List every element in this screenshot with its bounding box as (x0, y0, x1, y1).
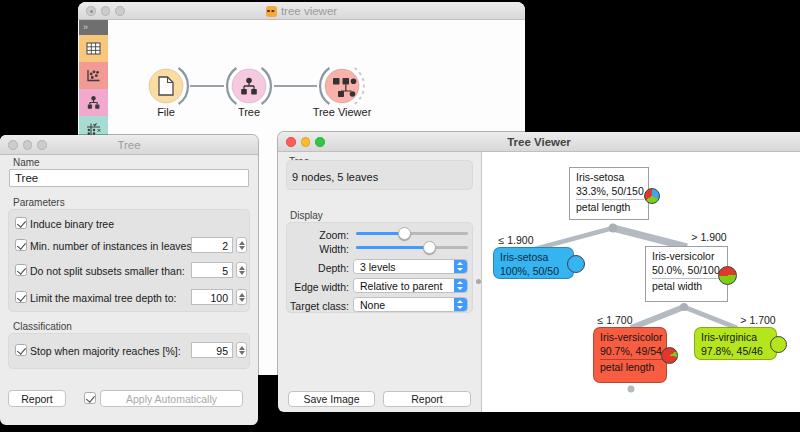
width-slider-knob[interactable] (423, 241, 436, 254)
width-slider-label: Width: (287, 243, 349, 255)
target-class-value: None (360, 299, 385, 311)
width-slider[interactable] (356, 241, 468, 254)
node-class: Iris-versicolor (600, 331, 666, 345)
report-button[interactable]: Report (8, 390, 66, 407)
widget-file[interactable] (149, 68, 188, 104)
widget-tree-viewer[interactable] (320, 68, 364, 104)
min-instances-label: Min. number of instances in leaves: (30, 240, 195, 252)
class-distribution-pie (770, 336, 787, 353)
edge-label: ≤ 1.900 (499, 234, 534, 246)
binary-tree-label: Induce binary tree (30, 218, 114, 230)
node-class: Iris-setosa (576, 171, 648, 185)
edge-label: > 1.700 (740, 314, 775, 326)
tree-node-setosa-leaf[interactable]: Iris-setosa 100%, 50/50 (493, 247, 574, 279)
no-split-stepper[interactable] (236, 262, 247, 278)
node-stat: 100%, 50/50 (500, 265, 573, 279)
node-stat: 90.7%, 49/54 (600, 345, 666, 359)
max-depth-checkbox[interactable] (15, 291, 27, 303)
node-class: Iris-setosa (500, 251, 573, 265)
collapse-handle[interactable] (609, 224, 618, 233)
zoom-slider[interactable] (356, 227, 468, 240)
edge-label: ≤ 1.700 (598, 314, 633, 326)
widget-label-tree: Tree (238, 106, 260, 118)
classification-section-label: Classification (13, 321, 72, 332)
collapse-handle[interactable] (628, 386, 635, 393)
edge-width-value: Relative to parent (360, 280, 442, 292)
tree-info-box: 9 nodes, 5 leaves (286, 160, 473, 190)
node-split-attr: petal width (652, 280, 727, 294)
no-split-checkbox[interactable] (15, 264, 27, 276)
widget-label-tree-viewer: Tree Viewer (313, 106, 372, 118)
class-distribution-pie (567, 255, 585, 273)
tree-dialog-window: Tree Name Parameters Induce binary tree … (0, 135, 258, 425)
tree-viewer-titlebar: Tree Viewer (278, 132, 800, 152)
node-stat: 33.3%, 50/150 (576, 185, 648, 199)
widget-label-file: File (157, 106, 175, 118)
class-distribution-pie (661, 347, 678, 364)
tree-node-versicolor-2[interactable]: Iris-versicolor 90.7%, 49/54 petal lengt… (593, 327, 667, 383)
name-section-label: Name (13, 157, 40, 168)
target-class-select[interactable]: None (353, 297, 468, 312)
file-icon (159, 77, 173, 95)
node-stat: 50.0%, 50/100 (652, 264, 727, 278)
node-split-attr: petal length (600, 361, 666, 375)
binary-tree-checkbox[interactable] (15, 217, 27, 229)
tree-node-virginica-leaf[interactable]: Iris-virginica 97.8%, 45/46 (694, 327, 777, 360)
max-depth-spinbox[interactable]: 100 (191, 289, 233, 305)
node-class: Iris-versicolor (652, 250, 727, 264)
majority-spinbox[interactable]: 95 (191, 342, 233, 358)
min-instances-stepper[interactable] (236, 237, 247, 253)
target-class-label: Target class: (287, 300, 349, 312)
node-leaf-count: 9 nodes, 5 leaves (292, 171, 378, 183)
max-depth-stepper[interactable] (236, 289, 247, 305)
tree-viewer-title: Tree Viewer (278, 136, 800, 148)
depth-label: Depth: (287, 262, 349, 274)
no-split-spinbox[interactable]: 5 (191, 262, 233, 278)
majority-stepper[interactable] (236, 342, 247, 358)
tree-dialog-title: Tree (0, 139, 258, 151)
depth-value: 3 levels (360, 261, 396, 273)
node-split-attr: petal length (576, 201, 648, 215)
classification-group: Stop when majority reaches [%]: 95 (8, 333, 250, 369)
edge-label: > 1.900 (691, 231, 726, 243)
viewer-report-button[interactable]: Report (383, 391, 471, 407)
node-stat: 97.8%, 45/46 (701, 345, 776, 359)
parameters-group: Induce binary tree Min. number of instan… (8, 209, 250, 312)
dropdown-arrows-icon (454, 279, 467, 292)
min-instances-spinbox[interactable]: 2 (191, 237, 233, 253)
edge-width-label: Edge width: (287, 281, 349, 293)
edge-width-select[interactable]: Relative to parent (353, 278, 468, 293)
display-section-label: Display (290, 210, 323, 221)
apply-automatically-button[interactable]: Apply Automatically (100, 390, 243, 407)
zoom-slider-knob[interactable] (398, 227, 411, 240)
collapse-handle[interactable] (680, 303, 688, 311)
class-distribution-pie (644, 188, 660, 204)
tree-viewer-window: Tree Viewer Tree 9 nodes, 5 leaves Displ… (278, 132, 800, 412)
widget-tree[interactable] (227, 68, 271, 104)
desktop: tree viewer » (0, 0, 800, 432)
tree-node-versicolor[interactable]: Iris-versicolor 50.0%, 50/100 petal widt… (645, 246, 728, 302)
class-distribution-pie (718, 266, 737, 285)
parameters-section-label: Parameters (13, 197, 65, 208)
min-instances-checkbox[interactable] (15, 239, 27, 251)
save-image-button[interactable]: Save Image (288, 391, 375, 407)
zoom-slider-label: Zoom: (287, 229, 349, 241)
dropdown-arrows-icon (454, 298, 467, 311)
tree-node-root[interactable]: Iris-setosa 33.3%, 50/150 petal length (569, 167, 649, 220)
tree-scene[interactable]: Iris-setosa 33.3%, 50/150 petal length I… (481, 152, 800, 412)
tree-dialog-titlebar: Tree (0, 135, 258, 155)
max-depth-label: Limit the maximal tree depth to: (30, 292, 176, 304)
apply-auto-checkbox[interactable] (84, 392, 96, 404)
name-input[interactable] (9, 169, 249, 187)
node-class: Iris-virginica (701, 331, 776, 345)
depth-select[interactable]: 3 levels (353, 259, 468, 274)
display-group: Zoom: Width: Depth: 3 levels Edge width:… (286, 222, 473, 313)
majority-label: Stop when majority reaches [%]: (30, 345, 181, 357)
no-split-label: Do not split subsets smaller than: (30, 265, 185, 277)
majority-checkbox[interactable] (15, 344, 27, 356)
dropdown-arrows-icon (454, 260, 467, 273)
